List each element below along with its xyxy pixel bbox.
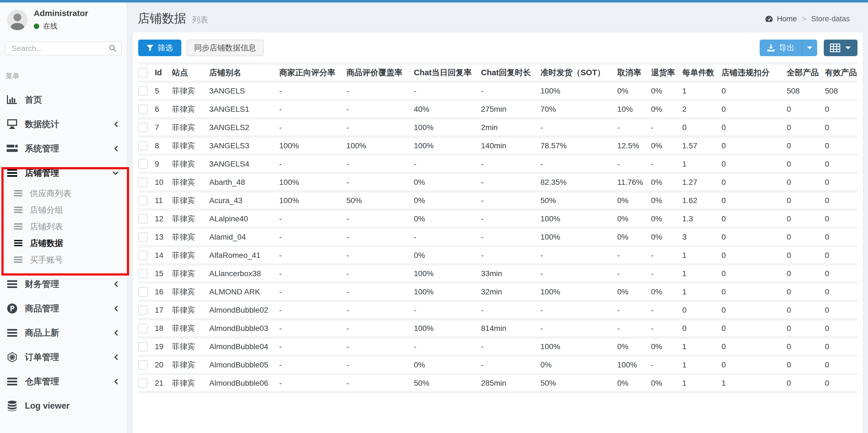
export-button[interactable]: 导出	[760, 39, 802, 56]
sidebar-item-warehouse-management[interactable]: 仓库管理	[0, 369, 127, 394]
table-cell: 814min	[481, 319, 540, 338]
table-cell: -	[651, 264, 682, 283]
chevron-left-icon	[113, 354, 119, 361]
row-checkbox[interactable]	[138, 269, 148, 278]
table-cell: 1	[682, 374, 721, 392]
row-checkbox[interactable]	[138, 324, 148, 333]
chevron-left-icon	[113, 378, 119, 385]
breadcrumb-home-link[interactable]: Home	[777, 15, 797, 23]
column-header[interactable]: 商家正向评分率	[279, 64, 346, 82]
sidebar-item-product-new[interactable]: 商品上新	[0, 321, 127, 345]
table-cell: 0	[787, 118, 825, 137]
filter-button[interactable]: 筛选	[138, 39, 181, 56]
table-cell: 0%	[617, 283, 651, 301]
table-cell: -	[540, 246, 617, 264]
table-cell: 0	[787, 210, 825, 228]
table-cell: 0	[825, 246, 858, 264]
column-header[interactable]: 退货率	[651, 64, 682, 82]
table-cell: 100%	[414, 118, 481, 137]
table-cell: 0%	[651, 82, 682, 100]
table-cell: -	[279, 356, 346, 374]
row-checkbox[interactable]	[138, 360, 148, 370]
search-input[interactable]	[5, 41, 122, 55]
column-header[interactable]: Chat回复时长	[481, 64, 540, 82]
table-cell: -	[346, 374, 414, 392]
sidebar-item-buyer-account[interactable]: 买手账号	[0, 252, 127, 268]
sidebar-item-supplier-list[interactable]: 供应商列表	[0, 185, 127, 202]
bar-chart-icon	[6, 95, 18, 105]
sidebar-item-data-statistics[interactable]: 数据统计	[0, 112, 127, 136]
table-cell: 7	[155, 118, 172, 137]
row-checkbox[interactable]	[138, 287, 148, 297]
column-header[interactable]: 取消率	[617, 64, 651, 82]
table-cell: -	[481, 356, 540, 374]
column-header[interactable]: 店铺别名	[209, 64, 279, 82]
sidebar-item-system-management[interactable]: 系统管理	[0, 136, 127, 161]
table-grid-icon	[830, 44, 840, 52]
export-dropdown-toggle[interactable]	[802, 39, 817, 56]
row-checkbox[interactable]	[138, 141, 148, 150]
column-header[interactable]: Id	[155, 64, 172, 82]
sidebar-item-store-data[interactable]: 店铺数据	[0, 235, 127, 252]
table-cell: 0%	[651, 137, 682, 155]
table-cell: 0	[825, 283, 858, 301]
sync-store-data-button[interactable]: 同步店铺数据信息	[186, 39, 264, 56]
row-checkbox[interactable]	[138, 214, 148, 224]
list-icon	[13, 190, 24, 197]
sidebar-item-finance-management[interactable]: 财务管理	[0, 272, 127, 296]
table-cell: 1	[682, 264, 721, 283]
row-checkbox[interactable]	[138, 178, 148, 187]
sidebar-item-label: 店铺列表	[30, 221, 63, 232]
sidebar-item-store-list[interactable]: 店铺列表	[0, 218, 127, 235]
row-checkbox[interactable]	[138, 378, 148, 388]
table-cell: 3ANGELS1	[209, 100, 279, 118]
column-header[interactable]: 站点	[172, 64, 209, 82]
table-cell: 100%	[279, 173, 346, 192]
table-cell: 3	[682, 228, 721, 246]
row-select-cell	[138, 283, 155, 301]
store-data-table: Id 站点 店铺别名 商家正向评分率 商品评价覆盖率 Chat当日回复率 Cha…	[138, 62, 858, 394]
column-header[interactable]: 准时发货（SOT）	[540, 64, 617, 82]
row-select-cell	[138, 374, 155, 392]
table-cell: 0	[787, 228, 825, 246]
caret-down-icon	[806, 46, 813, 50]
sidebar-item-product-management[interactable]: 商品管理	[0, 296, 127, 321]
sidebar-item-store-group[interactable]: 店铺分组	[0, 202, 127, 218]
table-cell: 33min	[481, 264, 540, 283]
table-cell: -	[651, 118, 682, 137]
column-header[interactable]: Chat当日回复率	[414, 64, 481, 82]
sidebar-item-log-viewer[interactable]: Log viewer	[0, 394, 127, 418]
table-row: 19菲律宾AlmondBubble04----100%0%0%1000	[138, 338, 858, 356]
row-checkbox[interactable]	[138, 342, 148, 351]
table-cell: 1	[682, 283, 721, 301]
table-cell: 菲律宾	[172, 228, 209, 246]
table-cell: 0	[721, 173, 787, 192]
row-checkbox[interactable]	[138, 123, 148, 132]
table-cell: 0	[787, 301, 825, 319]
column-header[interactable]: 有效产品	[825, 64, 858, 82]
row-checkbox[interactable]	[138, 232, 148, 242]
sidebar-item-home[interactable]: 首页	[0, 88, 127, 112]
row-checkbox[interactable]	[138, 86, 148, 96]
column-header[interactable]: 每单件数	[682, 64, 721, 82]
column-header[interactable]: 店铺违规扣分	[721, 64, 787, 82]
column-visibility-button[interactable]	[824, 39, 858, 56]
select-all-checkbox[interactable]	[138, 68, 148, 78]
sidebar-item-order-management[interactable]: 订单管理	[0, 345, 127, 369]
row-checkbox[interactable]	[138, 306, 148, 315]
row-checkbox[interactable]	[138, 160, 148, 169]
table-cell: -	[346, 155, 414, 173]
sidebar-item-store-management[interactable]: 店铺管理	[0, 161, 127, 185]
export-button-label: 导出	[779, 42, 795, 53]
row-checkbox[interactable]	[138, 105, 148, 114]
search-icon[interactable]	[108, 44, 117, 54]
table-row: 5菲律宾3ANGELS----100%0%0%10508508	[138, 82, 858, 100]
table-cell: 12	[155, 210, 172, 228]
column-header[interactable]: 商品评价覆盖率	[346, 64, 414, 82]
table-cell: -	[617, 246, 651, 264]
table-cell: -	[617, 118, 651, 137]
column-header[interactable]: 全部产品	[787, 64, 825, 82]
row-checkbox[interactable]	[138, 251, 148, 260]
row-checkbox[interactable]	[138, 196, 148, 205]
table-cell: 菲律宾	[172, 192, 209, 210]
